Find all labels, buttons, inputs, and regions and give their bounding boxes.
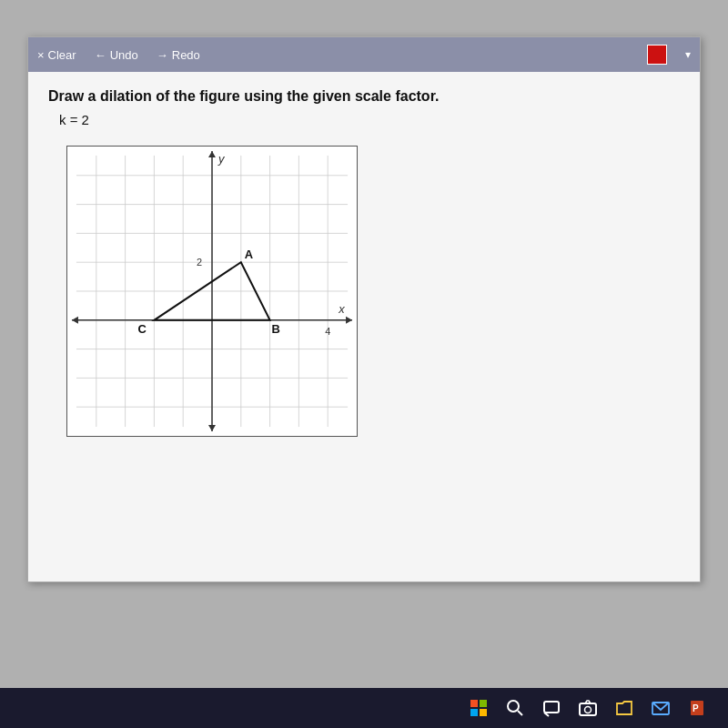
content-area: Draw a dilation of the figure using the … (28, 72, 700, 581)
folder-icon (615, 699, 633, 717)
search-icon (506, 699, 524, 717)
powerpoint-taskbar-button[interactable]: P (684, 695, 710, 721)
coordinate-graph[interactable]: x y 4 2 A B C (66, 146, 358, 437)
dropdown-arrow-icon[interactable]: ▾ (685, 48, 691, 61)
mail-icon (652, 699, 670, 717)
redo-label: Redo (172, 48, 200, 62)
svg-point-32 (508, 701, 519, 712)
svg-marker-20 (72, 317, 78, 324)
svg-text:C: C (138, 322, 147, 336)
camera-taskbar-button[interactable] (575, 695, 601, 721)
taskbar: P (0, 688, 728, 728)
svg-text:4: 4 (325, 326, 330, 337)
svg-marker-19 (346, 317, 352, 324)
redo-icon: → (157, 48, 168, 62)
undo-button[interactable]: ← Undo (95, 48, 138, 62)
chat-icon (542, 699, 561, 717)
files-taskbar-button[interactable] (612, 695, 637, 721)
chat-taskbar-button[interactable] (539, 695, 564, 721)
clear-label: Clear (48, 48, 76, 62)
toolbar: × Clear ← Undo → Redo ▾ (28, 37, 700, 72)
camera-icon (579, 699, 597, 717)
undo-icon: ← (95, 48, 106, 62)
svg-text:A: A (245, 248, 253, 261)
app-window: × Clear ← Undo → Redo ▾ Draw a dilation … (27, 36, 701, 582)
svg-marker-22 (208, 151, 216, 157)
svg-line-33 (518, 711, 522, 715)
undo-label: Undo (110, 48, 138, 62)
powerpoint-icon: P (688, 699, 706, 717)
windows-start-button[interactable] (466, 695, 491, 721)
svg-rect-34 (544, 702, 559, 713)
svg-text:x: x (338, 302, 345, 316)
svg-text:y: y (217, 152, 226, 166)
svg-marker-23 (208, 425, 216, 431)
mail-taskbar-button[interactable] (648, 695, 673, 721)
clear-button[interactable]: × Clear (37, 48, 76, 62)
svg-text:2: 2 (197, 257, 202, 268)
svg-text:B: B (272, 322, 280, 336)
color-swatch[interactable] (647, 45, 667, 65)
clear-icon: × (37, 48, 45, 62)
redo-button[interactable]: → Redo (157, 48, 200, 62)
search-taskbar-button[interactable] (502, 695, 528, 721)
graph-svg: x y 4 2 A B C (67, 147, 357, 436)
svg-text:P: P (693, 703, 699, 713)
svg-point-37 (585, 707, 592, 713)
question-title: Draw a dilation of the figure using the … (48, 88, 680, 105)
windows-logo-icon (470, 700, 487, 716)
screen: × Clear ← Undo → Redo ▾ Draw a dilation … (0, 0, 728, 728)
scale-factor-label: k = 2 (59, 112, 680, 127)
